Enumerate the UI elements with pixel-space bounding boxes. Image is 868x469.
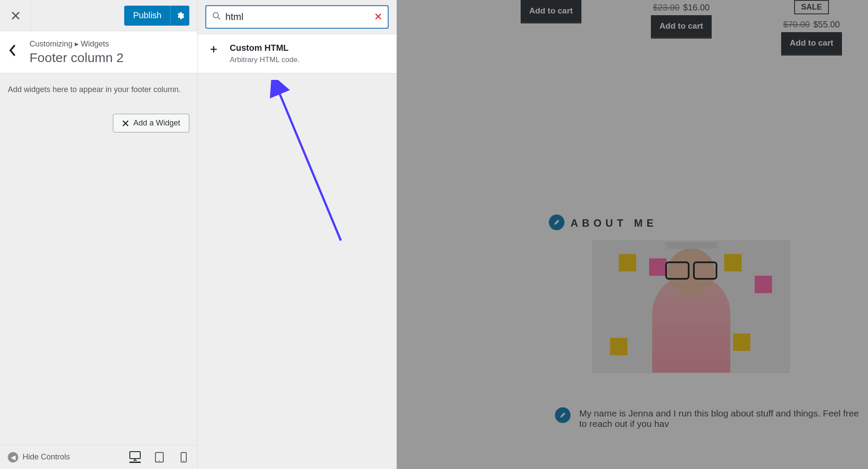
add-widget-button[interactable]: Add a Widget [113, 114, 189, 132]
svg-point-5 [213, 13, 218, 18]
widget-search-input[interactable] [225, 11, 375, 23]
customizer-panel: Publish Customizing ▸ Widgets Footer col… [0, 0, 198, 469]
site-preview: Add to cart $23.00$16.00 Add to cart SAL… [397, 0, 868, 469]
breadcrumb-root: Customizing [30, 40, 73, 48]
svg-rect-0 [130, 452, 140, 459]
widget-result-title: Custom HTML [230, 43, 300, 53]
widget-result-desc: Arbitrary HTML code. [230, 56, 300, 64]
hide-controls-label: Hide Controls [23, 452, 70, 462]
breadcrumb-parent: Widgets [81, 40, 109, 48]
section-title: Footer column 2 [30, 50, 188, 65]
clear-icon [375, 13, 382, 20]
preview-overlay [397, 0, 868, 469]
close-customizer-button[interactable] [0, 0, 31, 31]
chevron-left-icon [9, 44, 17, 56]
tablet-icon [155, 452, 164, 462]
breadcrumb-sep: ▸ [75, 40, 79, 48]
hide-controls-button[interactable]: ◀ Hide Controls [8, 452, 70, 462]
add-widget-label: Add a Widget [133, 119, 180, 128]
device-desktop-button[interactable] [129, 452, 141, 463]
publish-group: Publish [124, 6, 189, 26]
section-description: Add widgets here to appear in your foote… [8, 84, 189, 96]
device-tablet-button[interactable] [154, 452, 165, 463]
svg-point-4 [183, 460, 184, 461]
customizer-header: Publish [0, 0, 197, 31]
customizer-footer: ◀ Hide Controls [0, 445, 197, 469]
close-icon [122, 120, 129, 127]
desktop-icon [129, 451, 141, 461]
plus-icon: ＋ [208, 43, 219, 64]
search-icon [212, 12, 221, 23]
device-mobile-button[interactable] [178, 452, 189, 463]
customizer-body: Add widgets here to appear in your foote… [0, 73, 197, 445]
collapse-icon: ◀ [8, 452, 18, 462]
publish-settings-button[interactable] [170, 6, 189, 26]
breadcrumb: Customizing ▸ Widgets [30, 39, 188, 49]
back-button[interactable] [9, 39, 30, 56]
widget-search[interactable] [205, 5, 389, 29]
svg-point-2 [159, 460, 160, 461]
mobile-icon [181, 452, 187, 462]
close-icon [11, 11, 20, 20]
publish-button[interactable]: Publish [124, 6, 170, 26]
device-preview-switcher [129, 452, 189, 463]
widget-result-custom-html[interactable]: ＋ Custom HTML Arbitrary HTML code. [198, 34, 396, 73]
gear-icon [176, 11, 185, 20]
clear-search-button[interactable] [375, 12, 382, 22]
customizer-section-header: Customizing ▸ Widgets Footer column 2 [0, 31, 197, 73]
widget-picker-panel: ＋ Custom HTML Arbitrary HTML code. [198, 0, 397, 469]
